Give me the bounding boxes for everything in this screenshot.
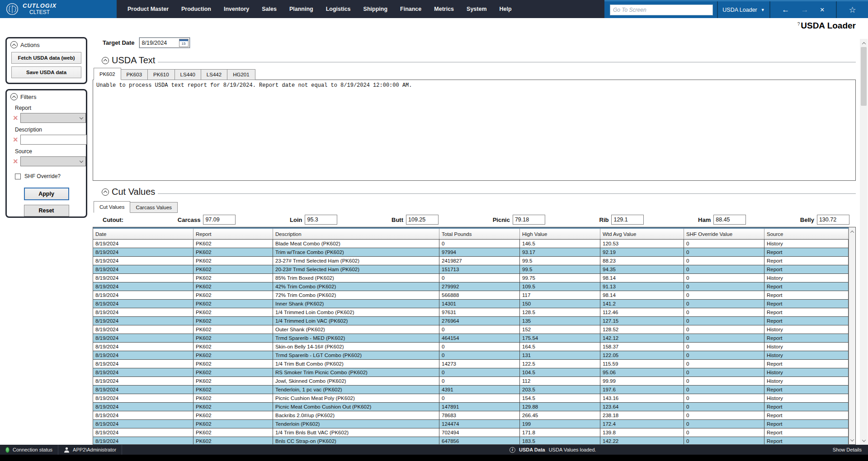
menu-sales[interactable]: Sales bbox=[262, 6, 277, 12]
user-info[interactable]: APP2\Administrator bbox=[58, 445, 122, 455]
menu-help[interactable]: Help bbox=[500, 6, 512, 12]
cell-description: 1/4 Trimmed Loin VAC (PK602) bbox=[273, 317, 439, 325]
usda-report-textarea[interactable]: Unable to process USDA text report for 8… bbox=[93, 80, 856, 181]
cutout-value-loin[interactable]: 95.3 bbox=[305, 215, 337, 225]
tab-pk610[interactable]: PK610 bbox=[148, 69, 175, 80]
table-row[interactable]: 8/19/2024PK60220-23# Trmd Selected Ham (… bbox=[93, 265, 849, 274]
table-row[interactable]: 8/19/2024PK602Blade Meat Combo (PK602)01… bbox=[93, 240, 849, 248]
tab-cut-values[interactable]: Cut Values bbox=[94, 201, 130, 213]
collapse-filters-icon[interactable] bbox=[10, 93, 18, 100]
table-scrollbar[interactable] bbox=[849, 227, 855, 444]
cutout-label-rib: Rib bbox=[599, 216, 609, 223]
table-row[interactable]: 8/19/2024PK602Picnic Cushion Meat Poly (… bbox=[93, 394, 849, 403]
column-header-description[interactable]: Description bbox=[273, 229, 439, 239]
column-header-report[interactable]: Report bbox=[193, 229, 273, 239]
cell-description: Tenderloin (PK602) bbox=[273, 420, 439, 428]
table-row[interactable]: 8/19/2024PK602Bnls CC Strap-on (PK602)64… bbox=[93, 437, 849, 444]
table-row[interactable]: 8/19/2024PK602Skin-on Belly 14-16# (PK60… bbox=[93, 343, 849, 351]
column-header-total-pounds[interactable]: Total Pounds bbox=[439, 229, 520, 239]
table-row[interactable]: 8/19/2024PK602Tenderloin (PK602)12447419… bbox=[93, 420, 849, 428]
table-row[interactable]: 8/19/2024PK6021/4 Trim Butt Combo (PK602… bbox=[93, 360, 849, 368]
cell-date: 8/19/2024 bbox=[93, 343, 193, 351]
clear-description-filter-icon[interactable]: × bbox=[13, 136, 18, 144]
table-row[interactable]: 8/19/2024PK602Picnic Meat Combo Cushion … bbox=[93, 403, 849, 411]
page-scrollbar[interactable] bbox=[860, 39, 868, 445]
reset-filters-button[interactable]: Reset bbox=[24, 205, 69, 216]
cutout-value-ham[interactable]: 88.45 bbox=[713, 215, 746, 225]
close-screen-button[interactable]: × bbox=[820, 6, 825, 14]
forward-arrow-button[interactable]: → bbox=[801, 6, 809, 14]
column-header-high-value[interactable]: High Value bbox=[520, 229, 600, 239]
menu-logistics[interactable]: Logistics bbox=[326, 6, 351, 12]
column-header-date[interactable]: Date bbox=[93, 229, 193, 239]
menu-shipping[interactable]: Shipping bbox=[363, 6, 387, 12]
tab-pk603[interactable]: PK603 bbox=[121, 69, 148, 80]
clear-source-filter-icon[interactable]: × bbox=[13, 157, 18, 165]
table-row[interactable]: 8/19/2024PK602RS Smoker Trim Picnic Comb… bbox=[93, 368, 849, 377]
scroll-down-icon[interactable] bbox=[849, 437, 855, 443]
screen-selector-dropdown[interactable]: USDA Loader ▼ bbox=[717, 1, 770, 18]
tab-ls440[interactable]: LS440 bbox=[175, 69, 201, 80]
target-date-input[interactable]: 8/19/2024 15 bbox=[139, 38, 190, 48]
cell-report: PK602 bbox=[193, 368, 273, 377]
calendar-icon[interactable]: 15 bbox=[179, 39, 189, 47]
collapse-actions-icon[interactable] bbox=[10, 41, 18, 48]
tab-ls442[interactable]: LS442 bbox=[201, 69, 227, 80]
shf-override-checkbox[interactable] bbox=[15, 174, 21, 179]
apply-filters-button[interactable]: Apply bbox=[24, 188, 69, 200]
collapse-usda-text-icon[interactable] bbox=[102, 57, 109, 64]
table-row[interactable]: 8/19/2024PK602Backribs 2.0#/up (PK602)78… bbox=[93, 411, 849, 420]
cutout-value-belly[interactable]: 130.72 bbox=[817, 215, 849, 225]
tab-carcass-values[interactable]: Carcass Values bbox=[130, 202, 178, 213]
menu-system[interactable]: System bbox=[467, 6, 486, 12]
table-row[interactable]: 8/19/2024PK602Jowl, Skinned Combo (PK602… bbox=[93, 377, 849, 386]
cutout-value-picnic[interactable]: 79.18 bbox=[513, 215, 545, 225]
column-header-shf-override-value[interactable]: SHF Override Value bbox=[684, 229, 764, 239]
table-row[interactable]: 8/19/2024PK602Trmd Sparerib - MED (PK602… bbox=[93, 334, 849, 343]
save-usda-data-button[interactable]: Save USDA data bbox=[11, 66, 81, 78]
table-row[interactable]: 8/19/2024PK60285% Trim Boxed (PK602)099.… bbox=[93, 274, 849, 282]
source-filter-select[interactable] bbox=[20, 156, 86, 166]
collapse-cut-values-icon[interactable] bbox=[102, 188, 109, 196]
menu-product-master[interactable]: Product Master bbox=[127, 6, 169, 12]
table-row[interactable]: 8/19/2024PK602Tenderloin, 1 pc vac (PK60… bbox=[93, 386, 849, 394]
table-row[interactable]: 8/19/2024PK602Trim w/Trace Combo (PK602)… bbox=[93, 248, 849, 257]
table-row[interactable]: 8/19/2024PK6021/4 Trimmed Loin VAC (PK60… bbox=[93, 317, 849, 325]
cutout-value-butt[interactable]: 109.25 bbox=[406, 215, 439, 225]
table-row[interactable]: 8/19/2024PK6021/4 Trim Bnls Butt VAC (PK… bbox=[93, 428, 849, 437]
menu-production[interactable]: Production bbox=[181, 6, 211, 12]
app-logo[interactable]: CUTLOGIX CLTEST bbox=[0, 0, 117, 18]
fetch-usda-data-button[interactable]: Fetch USDA data (web) bbox=[11, 52, 81, 64]
go-to-screen-input[interactable] bbox=[610, 5, 713, 15]
table-row[interactable]: 8/19/2024PK60242% Trim Combo (PK602)2799… bbox=[93, 282, 849, 291]
show-details-link[interactable]: Show Details bbox=[833, 447, 862, 452]
table-row[interactable]: 8/19/2024PK60272% Trim Combo (PK602)5668… bbox=[93, 291, 849, 300]
cell-description: Trmd Sparerib - LGT Combo (PK602) bbox=[273, 351, 439, 360]
tab-hg201[interactable]: HG201 bbox=[227, 69, 255, 80]
table-row[interactable]: 8/19/2024PK6021/4 Trimmed Loin Combo (PK… bbox=[93, 308, 849, 317]
cutout-value-rib[interactable]: 129.1 bbox=[611, 215, 644, 225]
tab-pk602[interactable]: PK602 bbox=[94, 68, 121, 80]
scrollbar-thumb[interactable] bbox=[861, 47, 867, 106]
cell-source: Report bbox=[764, 428, 849, 437]
favorite-star-icon[interactable]: ☆ bbox=[849, 5, 856, 15]
scroll-down-icon[interactable] bbox=[860, 437, 868, 444]
table-row[interactable]: 8/19/2024PK60223-27# Trmd Selected Ham (… bbox=[93, 257, 849, 265]
table-row[interactable]: 8/19/2024PK602Trmd Sparerib - LGT Combo … bbox=[93, 351, 849, 360]
menu-inventory[interactable]: Inventory bbox=[224, 6, 249, 12]
table-row[interactable]: 8/19/2024PK602Outer Shank (PK602)0152128… bbox=[93, 325, 849, 334]
table-row[interactable]: 8/19/2024PK602Inner Shank (PK602)1430115… bbox=[93, 300, 849, 308]
cutout-value-carcass[interactable]: 97.09 bbox=[203, 215, 236, 225]
column-header-source[interactable]: Source bbox=[764, 229, 849, 239]
clear-report-filter-icon[interactable]: × bbox=[13, 114, 18, 122]
column-header-wtd-avg-value[interactable]: Wtd Avg Value bbox=[600, 229, 684, 239]
menu-planning[interactable]: Planning bbox=[289, 6, 313, 12]
help-icon[interactable]: ? bbox=[797, 22, 800, 27]
scroll-up-icon[interactable] bbox=[849, 228, 855, 235]
scroll-up-icon[interactable] bbox=[860, 40, 868, 47]
back-arrow-button[interactable]: ← bbox=[782, 6, 789, 14]
menu-finance[interactable]: Finance bbox=[400, 6, 421, 12]
menu-metrics[interactable]: Metrics bbox=[434, 6, 454, 12]
description-filter-input[interactable] bbox=[20, 135, 87, 145]
report-filter-select[interactable] bbox=[20, 113, 86, 123]
